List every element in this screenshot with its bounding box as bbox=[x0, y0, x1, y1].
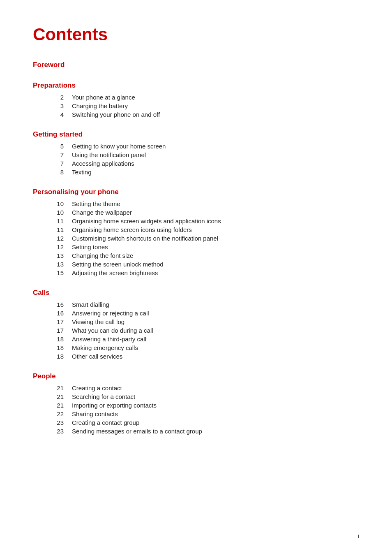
toc-entry-label: Charging the battery bbox=[72, 102, 128, 109]
toc-entry-label: Viewing the call log bbox=[72, 318, 125, 325]
toc-item: 8Texting bbox=[33, 169, 359, 176]
toc-list-personalising: 10Setting the theme10Change the wallpape… bbox=[33, 200, 359, 276]
toc-item: 17Viewing the call log bbox=[33, 318, 359, 325]
toc-item: 18Making emergency calls bbox=[33, 344, 359, 351]
toc-entry-label: Sending messages or emails to a contact … bbox=[72, 428, 202, 435]
toc-item: 2Your phone at a glance bbox=[33, 94, 359, 101]
toc-page-number: 23 bbox=[49, 428, 64, 435]
toc-entry-label: Sharing contacts bbox=[72, 410, 118, 417]
toc-page-number: 15 bbox=[49, 269, 64, 276]
toc-page-number: 11 bbox=[49, 218, 64, 225]
toc-list-getting-started: 5Getting to know your home screen7Using … bbox=[33, 143, 359, 176]
toc-item: 16Smart dialling bbox=[33, 301, 359, 308]
section-people: People21Creating a contact21Searching fo… bbox=[33, 372, 359, 435]
toc-item: 15Adjusting the screen brightness bbox=[33, 269, 359, 276]
toc-page-number: 2 bbox=[49, 94, 64, 101]
toc-page-number: 7 bbox=[49, 151, 64, 158]
toc-item: 5Getting to know your home screen bbox=[33, 143, 359, 150]
section-getting-started: Getting started5Getting to know your hom… bbox=[33, 130, 359, 176]
toc-item: 11Organising home screen icons using fol… bbox=[33, 226, 359, 233]
toc-item: 22Sharing contacts bbox=[33, 410, 359, 417]
toc-entry-label: Using the notification panel bbox=[72, 151, 146, 158]
toc-entry-label: Switching your phone on and off bbox=[72, 111, 160, 118]
toc-item: 21Importing or exporting contacts bbox=[33, 402, 359, 409]
toc-item: 12Customising switch shortcuts on the no… bbox=[33, 235, 359, 242]
toc-item: 23Creating a contact group bbox=[33, 419, 359, 426]
toc-item: 13Changing the font size bbox=[33, 252, 359, 259]
toc-page-number: 3 bbox=[49, 102, 64, 109]
toc-page-number: 13 bbox=[49, 252, 64, 259]
toc-entry-label: What you can do during a call bbox=[72, 327, 153, 334]
toc-item: 18Other call services bbox=[33, 353, 359, 360]
toc-entry-label: Setting tones bbox=[72, 243, 108, 250]
section-heading-people: People bbox=[33, 372, 359, 380]
section-personalising: Personalising your phone10Setting the th… bbox=[33, 188, 359, 276]
toc-entry-label: Setting the screen unlock method bbox=[72, 261, 164, 268]
page-footer: i bbox=[358, 533, 359, 540]
toc-page-number: 18 bbox=[49, 353, 64, 360]
toc-page-number: 8 bbox=[49, 169, 64, 176]
section-heading-calls: Calls bbox=[33, 289, 359, 297]
toc-item: 11Organising home screen widgets and app… bbox=[33, 218, 359, 225]
toc-page-number: 10 bbox=[49, 209, 64, 216]
toc-item: 18Answering a third-party call bbox=[33, 336, 359, 343]
toc-entry-label: Answering or rejecting a call bbox=[72, 310, 149, 317]
section-preparations: Preparations2Your phone at a glance3Char… bbox=[33, 81, 359, 118]
toc-item: 4Switching your phone on and off bbox=[33, 111, 359, 118]
toc-entry-label: Getting to know your home screen bbox=[72, 143, 166, 150]
toc-entry-label: Importing or exporting contacts bbox=[72, 402, 157, 409]
toc-item: 7Using the notification panel bbox=[33, 151, 359, 158]
toc-page-number: 21 bbox=[49, 402, 64, 409]
toc-item: 10Setting the theme bbox=[33, 200, 359, 207]
toc-page-number: 18 bbox=[49, 336, 64, 343]
toc-entry-label: Adjusting the screen brightness bbox=[72, 269, 158, 276]
toc-entry-label: Customising switch shortcuts on the noti… bbox=[72, 235, 218, 242]
toc-list-preparations: 2Your phone at a glance3Charging the bat… bbox=[33, 94, 359, 118]
toc-page-number: 23 bbox=[49, 419, 64, 426]
section-heading-getting-started: Getting started bbox=[33, 130, 359, 139]
toc-entry-label: Making emergency calls bbox=[72, 344, 138, 351]
toc-page-number: 12 bbox=[49, 235, 64, 242]
toc-item: 16Answering or rejecting a call bbox=[33, 310, 359, 317]
toc-item: 23Sending messages or emails to a contac… bbox=[33, 428, 359, 435]
section-calls: Calls16Smart dialling16Answering or reje… bbox=[33, 289, 359, 360]
toc-item: 13Setting the screen unlock method bbox=[33, 261, 359, 268]
toc-item: 7Accessing applications bbox=[33, 160, 359, 167]
section-heading-personalising: Personalising your phone bbox=[33, 188, 359, 196]
toc-page-number: 18 bbox=[49, 344, 64, 351]
toc-item: 12Setting tones bbox=[33, 243, 359, 250]
toc-page-number: 17 bbox=[49, 318, 64, 325]
toc-page-number: 16 bbox=[49, 310, 64, 317]
toc-entry-label: Answering a third-party call bbox=[72, 336, 146, 343]
toc-entry-label: Changing the font size bbox=[72, 252, 133, 259]
toc-item: 17What you can do during a call bbox=[33, 327, 359, 334]
toc-list-people: 21Creating a contact21Searching for a co… bbox=[33, 385, 359, 435]
toc-entry-label: Organising home screen widgets and appli… bbox=[72, 218, 221, 225]
toc-entry-label: Organising home screen icons using folde… bbox=[72, 226, 192, 233]
section-foreword: Foreword bbox=[33, 61, 359, 69]
toc-page-number: 13 bbox=[49, 261, 64, 268]
toc-list-calls: 16Smart dialling16Answering or rejecting… bbox=[33, 301, 359, 360]
toc-item: 3Charging the battery bbox=[33, 102, 359, 109]
toc-entry-label: Your phone at a glance bbox=[72, 94, 135, 101]
toc-entry-label: Smart dialling bbox=[72, 301, 109, 308]
toc-page-number: 21 bbox=[49, 385, 64, 392]
toc-page-number: 7 bbox=[49, 160, 64, 167]
toc-page-number: 12 bbox=[49, 243, 64, 250]
toc-entry-label: Other call services bbox=[72, 353, 122, 360]
toc-entry-label: Searching for a contact bbox=[72, 393, 135, 400]
toc-entry-label: Creating a contact bbox=[72, 385, 122, 392]
toc-page-number: 21 bbox=[49, 393, 64, 400]
toc-page-number: 4 bbox=[49, 111, 64, 118]
toc-entry-label: Texting bbox=[72, 169, 92, 176]
toc-page-number: 17 bbox=[49, 327, 64, 334]
toc-entry-label: Change the wallpaper bbox=[72, 209, 132, 216]
toc-entry-label: Creating a contact group bbox=[72, 419, 139, 426]
page-title: Contents bbox=[33, 25, 359, 44]
section-heading-preparations: Preparations bbox=[33, 81, 359, 90]
toc-page-number: 16 bbox=[49, 301, 64, 308]
toc-item: 21Creating a contact bbox=[33, 385, 359, 392]
toc-entry-label: Setting the theme bbox=[72, 200, 120, 207]
toc-item: 10Change the wallpaper bbox=[33, 209, 359, 216]
toc-page-number: 5 bbox=[49, 143, 64, 150]
